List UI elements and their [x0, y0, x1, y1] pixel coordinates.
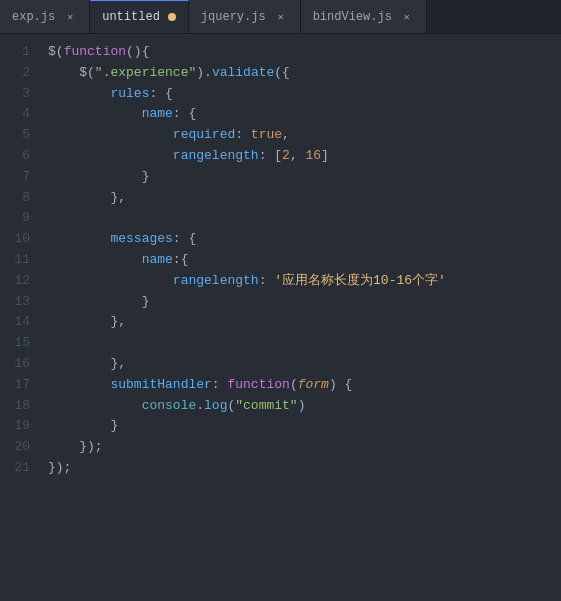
- line-num-13: 13: [0, 292, 30, 313]
- line-num-18: 18: [0, 396, 30, 417]
- line-num-20: 20: [0, 437, 30, 458]
- line-num-19: 19: [0, 416, 30, 437]
- line-num-2: 2: [0, 63, 30, 84]
- code-line-2: $(".experience").validate({: [48, 63, 561, 84]
- code-editor: 1 2 3 4 5 6 7 8 9 10 11 12 13 14 15 16 1…: [0, 34, 561, 601]
- tab-bindview-js[interactable]: bindView.js ✕: [301, 0, 427, 33]
- tab-bindview-js-label: bindView.js: [313, 10, 392, 24]
- line-numbers: 1 2 3 4 5 6 7 8 9 10 11 12 13 14 15 16 1…: [0, 34, 40, 601]
- tab-untitled[interactable]: untitled: [90, 0, 189, 33]
- line-num-15: 15: [0, 333, 30, 354]
- code-line-7: }: [48, 167, 561, 188]
- tab-bar: exp.js ✕ untitled jquery.js ✕ bindView.j…: [0, 0, 561, 34]
- code-line-6: rangelength: [2, 16]: [48, 146, 561, 167]
- line-num-7: 7: [0, 167, 30, 188]
- line-num-8: 8: [0, 188, 30, 209]
- tab-bindview-js-close-icon[interactable]: ✕: [400, 10, 414, 24]
- tab-untitled-label: untitled: [102, 10, 160, 24]
- tab-exp-js[interactable]: exp.js ✕: [0, 0, 90, 33]
- code-line-13: }: [48, 292, 561, 313]
- line-num-10: 10: [0, 229, 30, 250]
- code-line-10: messages: {: [48, 229, 561, 250]
- line-num-1: 1: [0, 42, 30, 63]
- code-line-5: required: true,: [48, 125, 561, 146]
- code-line-9: [48, 208, 561, 229]
- code-line-15: [48, 333, 561, 354]
- line-num-11: 11: [0, 250, 30, 271]
- tab-jquery-js-label: jquery.js: [201, 10, 266, 24]
- code-line-20: });: [48, 437, 561, 458]
- tab-jquery-js-close-icon[interactable]: ✕: [274, 10, 288, 24]
- code-line-21: });: [48, 458, 561, 479]
- code-line-16: },: [48, 354, 561, 375]
- code-line-11: name:{: [48, 250, 561, 271]
- code-line-3: rules: {: [48, 84, 561, 105]
- line-num-12: 12: [0, 271, 30, 292]
- code-line-19: }: [48, 416, 561, 437]
- code-line-17: submitHandler: function(form) {: [48, 375, 561, 396]
- tab-exp-js-close-icon[interactable]: ✕: [63, 10, 77, 24]
- line-num-4: 4: [0, 104, 30, 125]
- line-num-17: 17: [0, 375, 30, 396]
- code-line-18: console.log("commit"): [48, 396, 561, 417]
- line-num-14: 14: [0, 312, 30, 333]
- code-line-4: name: {: [48, 104, 561, 125]
- line-num-6: 6: [0, 146, 30, 167]
- line-num-21: 21: [0, 458, 30, 479]
- code-line-8: },: [48, 188, 561, 209]
- code-line-1: $(function(){: [48, 42, 561, 63]
- line-num-9: 9: [0, 208, 30, 229]
- tab-exp-js-label: exp.js: [12, 10, 55, 24]
- line-num-5: 5: [0, 125, 30, 146]
- line-num-3: 3: [0, 84, 30, 105]
- code-line-14: },: [48, 312, 561, 333]
- tab-jquery-js[interactable]: jquery.js ✕: [189, 0, 301, 33]
- code-content[interactable]: $(function(){ $(".experience").validate(…: [40, 34, 561, 601]
- line-num-16: 16: [0, 354, 30, 375]
- code-line-12: rangelength: '应用名称长度为10-16个字': [48, 271, 561, 292]
- tab-untitled-modified-dot-icon: [168, 13, 176, 21]
